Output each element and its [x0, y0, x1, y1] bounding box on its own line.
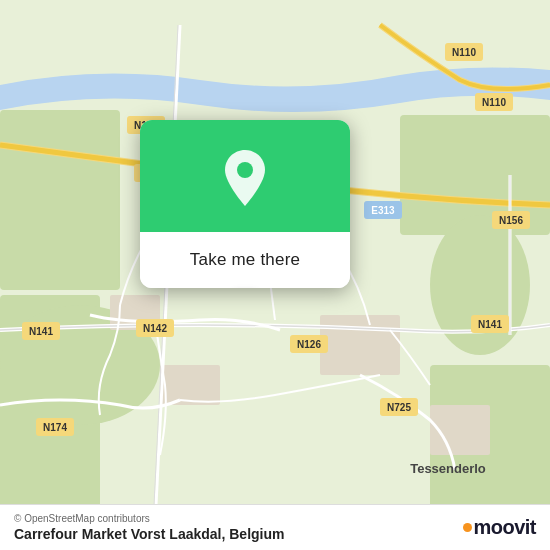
svg-rect-10 [160, 365, 220, 405]
svg-text:N156: N156 [499, 215, 523, 226]
svg-text:N141: N141 [478, 319, 502, 330]
svg-text:N142: N142 [143, 323, 167, 334]
osm-credit: © OpenStreetMap contributors [14, 513, 284, 524]
take-me-there-button[interactable]: Take me there [156, 246, 334, 274]
svg-text:N725: N725 [387, 402, 411, 413]
location-pin-icon [219, 148, 271, 210]
moovit-text: moovit [463, 516, 536, 539]
svg-rect-8 [320, 315, 400, 375]
popup-card: Take me there [140, 120, 350, 288]
moovit-dot [463, 523, 472, 532]
moovit-logo[interactable]: moovit [463, 516, 536, 539]
svg-point-7 [430, 215, 530, 355]
svg-point-41 [237, 162, 253, 178]
svg-rect-1 [0, 110, 120, 290]
popup-button-section: Take me there [140, 232, 350, 288]
svg-text:Tessenderlo: Tessenderlo [410, 461, 486, 476]
svg-text:N141: N141 [29, 326, 53, 337]
bottom-left: © OpenStreetMap contributors Carrefour M… [14, 513, 284, 542]
svg-text:N110: N110 [452, 47, 476, 58]
svg-text:N174: N174 [43, 422, 67, 433]
svg-text:E313: E313 [371, 205, 395, 216]
map-container[interactable]: N110 N110 N126 N126 N126 E313 N156 N141 … [0, 0, 550, 550]
popup-green-section [140, 120, 350, 232]
svg-text:N110: N110 [482, 97, 506, 108]
location-title: Carrefour Market Vorst Laakdal, Belgium [14, 526, 284, 542]
bottom-bar: © OpenStreetMap contributors Carrefour M… [0, 504, 550, 550]
svg-text:N126: N126 [297, 339, 321, 350]
